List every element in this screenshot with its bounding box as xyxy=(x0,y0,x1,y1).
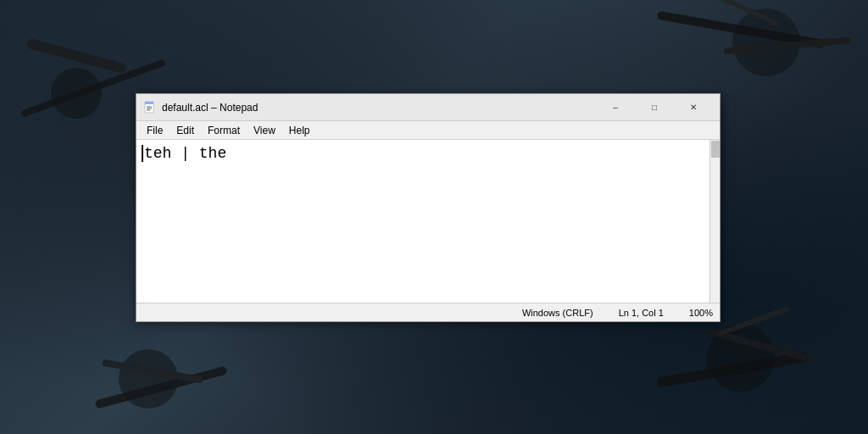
menu-file[interactable]: File xyxy=(140,123,170,138)
cursor-position-status: Ln 1, Col 1 xyxy=(619,308,664,318)
zoom-status: 100% xyxy=(689,308,713,318)
window-controls: – □ ✕ xyxy=(596,94,713,121)
title-bar: default.acl – Notepad – □ ✕ xyxy=(136,94,720,121)
text-cursor xyxy=(142,145,143,162)
menu-edit[interactable]: Edit xyxy=(170,123,201,138)
scrollbar-thumb[interactable] xyxy=(711,141,720,158)
app-icon xyxy=(143,101,157,114)
line-ending-status: Windows (CRLF) xyxy=(522,308,593,318)
notepad-window: default.acl – Notepad – □ ✕ File Edit Fo… xyxy=(136,93,721,322)
editor-text: teh | the xyxy=(144,145,226,162)
scrollbar[interactable] xyxy=(709,140,720,303)
svg-rect-1 xyxy=(145,102,153,104)
menu-format[interactable]: Format xyxy=(201,123,247,138)
menu-view[interactable]: View xyxy=(247,123,282,138)
close-button[interactable]: ✕ xyxy=(674,94,713,121)
window-title: default.acl – Notepad xyxy=(162,102,596,114)
menu-bar: File Edit Format View Help xyxy=(136,121,720,140)
maximize-button[interactable]: □ xyxy=(635,94,674,121)
menu-help[interactable]: Help xyxy=(282,123,317,138)
status-bar: Windows (CRLF) Ln 1, Col 1 100% xyxy=(136,303,720,321)
editor-content[interactable]: teh | the xyxy=(136,140,709,303)
minimize-button[interactable]: – xyxy=(596,94,635,121)
editor-area[interactable]: teh | the xyxy=(136,140,720,303)
